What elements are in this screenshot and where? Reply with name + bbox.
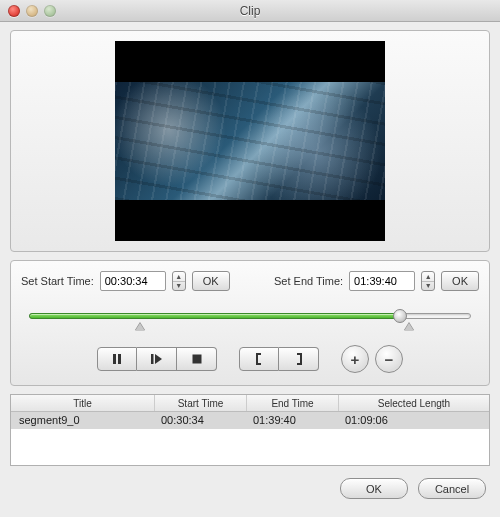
svg-rect-0 [113,354,116,364]
next-frame-icon [150,353,164,365]
end-time-label: Set End Time: [274,275,343,287]
chevron-down-icon[interactable]: ▼ [422,282,434,291]
cancel-button[interactable]: Cancel [418,478,486,499]
range-start-marker[interactable] [135,323,145,331]
svg-marker-3 [155,354,162,364]
svg-rect-4 [192,355,201,364]
window-title: Clip [8,4,492,18]
video-preview[interactable] [115,41,385,241]
close-window-button[interactable] [8,5,20,17]
table-cell: 01:39:40 [247,412,339,429]
col-length[interactable]: Selected Length [339,395,489,411]
mark-out-icon [292,352,306,366]
table-cell: 01:09:06 [339,412,489,429]
chevron-up-icon[interactable]: ▲ [422,272,434,282]
minus-icon: − [385,351,394,368]
pause-icon [111,353,123,365]
video-frame-image [115,82,385,200]
table-cell: segment9_0 [11,412,155,429]
controls-panel: Set Start Time: ▲ ▼ OK Set End Time: ▲ ▼… [10,260,490,386]
start-time-ok-button[interactable]: OK [192,271,230,291]
col-start[interactable]: Start Time [155,395,247,411]
segments-table: Title Start Time End Time Selected Lengt… [10,394,490,466]
dialog-footer: OK Cancel [10,478,490,499]
end-time-ok-button[interactable]: OK [441,271,479,291]
start-time-label: Set Start Time: [21,275,94,287]
table-header: Title Start Time End Time Selected Lengt… [11,395,489,412]
zoom-window-button[interactable] [44,5,56,17]
start-time-stepper[interactable]: ▲ ▼ [172,271,186,291]
slider-knob[interactable] [393,309,407,323]
transport-controls: + − [21,345,479,373]
mark-out-button[interactable] [279,347,319,371]
slider-fill [29,313,400,319]
table-body: segment9_000:30:3401:39:4001:09:06 [11,412,489,429]
stop-icon [191,353,203,365]
col-title[interactable]: Title [11,395,155,411]
stop-button[interactable] [177,347,217,371]
playback-group [97,347,217,371]
chevron-up-icon[interactable]: ▲ [173,272,185,282]
titlebar: Clip [0,0,500,22]
end-time-stepper[interactable]: ▲ ▼ [421,271,435,291]
preview-frame [10,30,490,252]
end-time-input[interactable] [349,271,415,291]
mark-group [239,347,319,371]
svg-rect-1 [118,354,121,364]
col-end[interactable]: End Time [247,395,339,411]
chevron-down-icon[interactable]: ▼ [173,282,185,291]
window-traffic-lights [8,5,56,17]
next-frame-button[interactable] [137,347,177,371]
range-end-marker[interactable] [404,323,414,331]
minimize-window-button[interactable] [26,5,38,17]
plus-icon: + [351,351,360,368]
remove-clip-button[interactable]: − [375,345,403,373]
start-time-input[interactable] [100,271,166,291]
table-cell: 00:30:34 [155,412,247,429]
ok-button[interactable]: OK [340,478,408,499]
add-clip-button[interactable]: + [341,345,369,373]
mark-in-icon [252,352,266,366]
svg-rect-2 [151,354,154,364]
timeline-slider[interactable] [21,305,479,331]
mark-in-button[interactable] [239,347,279,371]
pause-button[interactable] [97,347,137,371]
table-row[interactable]: segment9_000:30:3401:39:4001:09:06 [11,412,489,429]
